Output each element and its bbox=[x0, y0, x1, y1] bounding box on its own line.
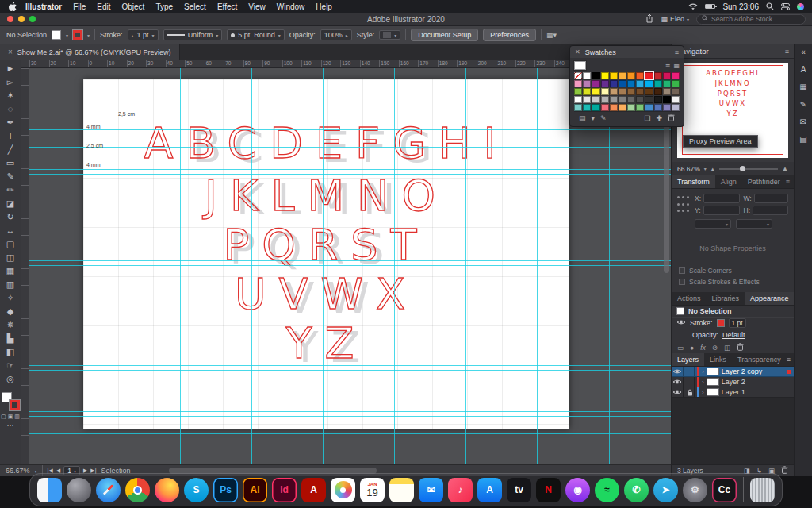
swatch[interactable] bbox=[636, 104, 644, 111]
pencil-tool-icon[interactable]: ✏ bbox=[0, 183, 21, 197]
swatch[interactable] bbox=[574, 96, 582, 103]
dock-trash[interactable] bbox=[750, 478, 775, 502]
swatch[interactable] bbox=[610, 72, 618, 79]
swatch[interactable] bbox=[654, 104, 662, 111]
new-swatch-icon[interactable]: ✚ bbox=[656, 114, 662, 122]
panel-menu-icon[interactable]: ≡ bbox=[785, 48, 789, 56]
swatch-options-icon[interactable]: ✎ bbox=[600, 114, 607, 122]
appearance-stroke-row[interactable]: Stroke: 1 pt bbox=[672, 318, 794, 329]
guide-horizontal[interactable] bbox=[29, 129, 671, 130]
swatch[interactable] bbox=[645, 104, 653, 111]
ruler-origin-corner[interactable] bbox=[21, 60, 29, 68]
layer-row[interactable]: ›Layer 2 copy bbox=[672, 367, 794, 377]
swatch[interactable] bbox=[627, 96, 635, 103]
character-panel-icon[interactable]: A bbox=[801, 65, 806, 74]
swatch[interactable] bbox=[592, 88, 599, 95]
layer-name[interactable]: Layer 2 bbox=[722, 378, 791, 386]
tab-pathfinder[interactable]: Pathfinder bbox=[742, 175, 786, 188]
delete-layer-icon[interactable] bbox=[781, 466, 788, 475]
swatch[interactable] bbox=[619, 96, 626, 103]
swatch[interactable] bbox=[636, 72, 644, 79]
spotlight-icon[interactable] bbox=[766, 2, 774, 10]
layer-name[interactable]: Layer 2 copy bbox=[722, 368, 784, 375]
layer-name[interactable]: Layer 1 bbox=[722, 388, 791, 396]
swatch[interactable] bbox=[619, 80, 626, 87]
direct-selection-tool-icon[interactable]: ▻ bbox=[0, 75, 21, 89]
layer-lock-cell[interactable] bbox=[686, 377, 695, 387]
swatch[interactable] bbox=[601, 96, 609, 103]
swatch[interactable] bbox=[672, 104, 680, 111]
w-field[interactable] bbox=[754, 194, 788, 203]
layer-row[interactable]: ›Layer 2 bbox=[672, 377, 794, 387]
rectangle-tool-icon[interactable]: ▭ bbox=[0, 156, 21, 170]
none-mode-icon[interactable]: ▥ bbox=[14, 414, 20, 420]
menu-effect[interactable]: Effect bbox=[212, 2, 243, 11]
tab-libraries[interactable]: Libraries bbox=[707, 292, 745, 305]
alphabet-row-3[interactable]: PQRSTPQRST bbox=[83, 222, 569, 270]
color-panel-icon[interactable]: ▦ bbox=[799, 83, 806, 91]
menu-edit[interactable]: Edit bbox=[91, 2, 116, 11]
swatch[interactable] bbox=[645, 88, 653, 95]
y-field[interactable] bbox=[703, 206, 740, 215]
swatch[interactable] bbox=[574, 104, 582, 111]
swatch[interactable] bbox=[619, 88, 626, 95]
hand-tool-icon[interactable]: ☞ bbox=[0, 359, 21, 372]
apple-menu-icon[interactable] bbox=[8, 2, 17, 12]
magic-wand-tool-icon[interactable]: ✶ bbox=[0, 89, 21, 102]
swatch[interactable] bbox=[610, 88, 618, 95]
layer-lock-cell[interactable] bbox=[686, 367, 695, 376]
blend-tool-icon[interactable]: ◆ bbox=[0, 305, 21, 318]
dock-mail[interactable]: ✉ bbox=[419, 478, 443, 502]
swatch[interactable] bbox=[583, 80, 591, 87]
swatch[interactable] bbox=[663, 104, 671, 111]
add-stroke-icon[interactable]: ▭ bbox=[677, 344, 684, 352]
panel-menu-icon[interactable]: ≡ bbox=[675, 48, 679, 56]
guide-horizontal[interactable] bbox=[29, 365, 671, 366]
dock-illustrator[interactable]: Ai bbox=[243, 478, 267, 502]
zoom-level[interactable]: 66.67% bbox=[6, 467, 30, 475]
grid-view-icon[interactable]: ▦ bbox=[673, 62, 680, 69]
dock-notes[interactable] bbox=[389, 478, 414, 502]
swatches-header[interactable]: ✕ Swatches ≡ bbox=[570, 46, 684, 58]
swatch[interactable] bbox=[663, 72, 671, 79]
swatch[interactable] bbox=[574, 88, 582, 95]
comments-panel-icon[interactable]: ✉ bbox=[800, 117, 806, 126]
delete-swatch-icon[interactable] bbox=[668, 114, 675, 123]
swatch[interactable] bbox=[583, 72, 591, 79]
zoom-out-icon[interactable]: ▲ bbox=[710, 167, 715, 171]
vertical-ruler[interactable] bbox=[21, 68, 29, 464]
scale-tool-icon[interactable]: ↔ bbox=[0, 224, 21, 237]
swatch[interactable] bbox=[627, 80, 635, 87]
add-fill-icon[interactable]: ● bbox=[690, 344, 694, 352]
zoom-in-icon[interactable]: ▲ bbox=[782, 165, 788, 172]
wifi-icon[interactable] bbox=[688, 3, 698, 10]
swatch[interactable] bbox=[592, 72, 599, 79]
dock-skype[interactable]: S bbox=[184, 478, 209, 502]
rotate-select[interactable]: ▾ bbox=[695, 219, 731, 229]
guide-vertical[interactable] bbox=[109, 68, 109, 464]
navigator-preview[interactable]: ABCDEFGHIJKLMNOPQRSTUVWXYZ Proxy Preview… bbox=[672, 59, 794, 162]
swatch-none[interactable] bbox=[574, 72, 582, 79]
swatch[interactable] bbox=[619, 72, 626, 79]
alphabet-row-4[interactable]: UVWXUVWX bbox=[83, 271, 569, 319]
guide-horizontal[interactable] bbox=[29, 433, 671, 434]
dock-app-store[interactable]: A bbox=[477, 478, 502, 502]
guide-vertical[interactable] bbox=[609, 68, 610, 464]
swatch[interactable] bbox=[583, 104, 591, 111]
color-mode-icon[interactable]: ▢ bbox=[1, 414, 6, 420]
dock-whatsapp[interactable]: ✆ bbox=[624, 478, 649, 502]
new-color-group-icon[interactable]: ❏ bbox=[644, 114, 650, 122]
canvas[interactable]: ABCDEFGHIABCDEFGHIJKLMNOJKLMNOPQRSTPQRST… bbox=[29, 68, 671, 464]
libraries-panel-icon[interactable]: ▤ bbox=[799, 135, 806, 144]
rotate-tool-icon[interactable]: ↻ bbox=[0, 210, 21, 224]
tab-transparency[interactable]: Transparency bbox=[732, 353, 787, 366]
eyedropper-tool-icon[interactable]: ✧ bbox=[0, 291, 21, 305]
guide-vertical[interactable] bbox=[394, 68, 395, 464]
scale-strokes-option[interactable]: Scale Strokes & Effects bbox=[679, 278, 787, 286]
share-icon[interactable] bbox=[645, 13, 653, 25]
layer-visibility-eye-icon[interactable] bbox=[672, 377, 684, 387]
collapse-panels-icon[interactable]: « bbox=[801, 48, 806, 56]
dock-finder[interactable] bbox=[37, 478, 62, 502]
swatch[interactable] bbox=[592, 96, 599, 103]
fill-stroke-proxy[interactable] bbox=[1, 391, 20, 410]
